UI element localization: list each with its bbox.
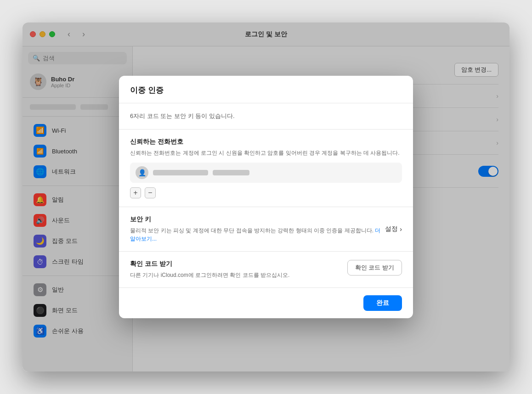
phone-controls: + − bbox=[130, 187, 402, 198]
confirm-code-row: 확인 코드 받기 다른 기기나 iCloud.com에 로그인하려면 확인 코드… bbox=[130, 260, 402, 279]
security-key-row: 보안 키 물리적 보안 키는 피싱 및 계정에 대한 무단 접속을 방지하는 강… bbox=[130, 215, 402, 243]
security-key-setup-button[interactable]: 설정 › bbox=[385, 225, 402, 233]
security-key-section: 보안 키 물리적 보안 키는 피싱 및 계정에 대한 무단 접속을 방지하는 강… bbox=[119, 207, 413, 252]
modal-dialog: 이중 인증 6자리 코드 또는 보안 키 등이 있습니다. 신뢰하는 전화번호 … bbox=[119, 76, 413, 318]
setup-chevron-icon: › bbox=[400, 225, 402, 233]
confirm-code-desc: 다른 기기나 iCloud.com에 로그인하려면 확인 코드를 받으십시오. bbox=[130, 271, 289, 279]
confirm-code-section: 확인 코드 받기 다른 기기나 iCloud.com에 로그인하려면 확인 코드… bbox=[119, 252, 413, 287]
trusted-phone-title: 신뢰하는 전화번호 bbox=[130, 138, 402, 146]
trusted-phone-desc: 신뢰하는 전화번호는 계정에 로그인 시 신원을 확인하고 암호를 잊어버린 경… bbox=[130, 149, 402, 157]
security-key-info: 보안 키 물리적 보안 키는 피싱 및 계정에 대한 무단 접속을 방지하는 강… bbox=[130, 215, 385, 243]
done-button[interactable]: 완료 bbox=[363, 295, 402, 311]
modal-title: 이중 인증 bbox=[130, 85, 402, 96]
modal-footer: 완료 bbox=[119, 287, 413, 318]
modal-intro-text: 6자리 코드 또는 보안 키 등이 있습니다. bbox=[130, 112, 402, 121]
modal-intro-section: 6자리 코드 또는 보안 키 등이 있습니다. bbox=[119, 103, 413, 129]
confirm-code-info: 확인 코드 받기 다른 기기나 iCloud.com에 로그인하려면 확인 코드… bbox=[130, 260, 289, 279]
confirm-code-title: 확인 코드 받기 bbox=[130, 260, 289, 268]
phone-avatar: 👤 bbox=[136, 166, 148, 179]
remove-phone-button[interactable]: − bbox=[145, 187, 156, 198]
trusted-phone-section: 신뢰하는 전화번호 신뢰하는 전화번호는 계정에 로그인 시 신원을 확인하고 … bbox=[119, 129, 413, 207]
add-phone-button[interactable]: + bbox=[130, 187, 141, 198]
phone-blurred-text bbox=[153, 170, 208, 175]
modal-body: 6자리 코드 또는 보안 키 등이 있습니다. 신뢰하는 전화번호 신뢰하는 전… bbox=[119, 103, 413, 287]
security-key-desc: 물리적 보안 키는 피싱 및 계정에 대한 무단 접속을 방지하는 강력한 형태… bbox=[130, 226, 385, 243]
confirm-code-button[interactable]: 확인 코드 받기 bbox=[347, 260, 402, 276]
modal-header: 이중 인증 bbox=[119, 76, 413, 103]
phone-blurred-text-2 bbox=[213, 170, 249, 175]
modal-overlay: 이중 인증 6자리 코드 또는 보안 키 등이 있습니다. 신뢰하는 전화번호 … bbox=[23, 23, 509, 371]
security-key-title: 보안 키 bbox=[130, 215, 385, 224]
main-window: ‹ › 로그인 및 보안 🔍 🦉 Buho Dr Apple ID bbox=[23, 23, 509, 371]
phone-entry: 👤 bbox=[130, 163, 402, 183]
